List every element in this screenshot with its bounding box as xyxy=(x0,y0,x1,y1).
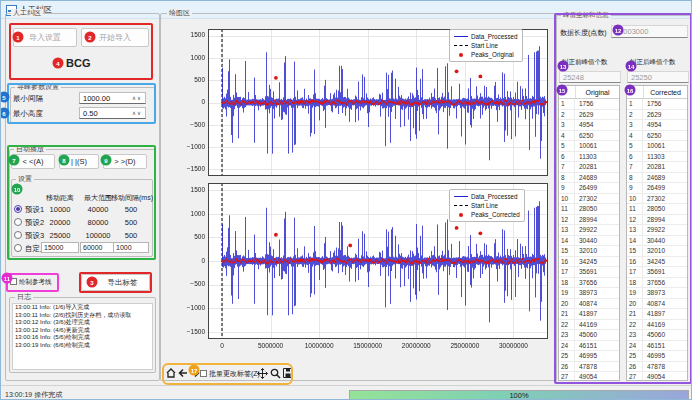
table-row[interactable]: 2647878 xyxy=(559,362,619,373)
min-interval-spinbox[interactable]: 1000.00 ∧∨ xyxy=(79,92,146,104)
table-row[interactable]: 720281 xyxy=(627,162,687,173)
peak-params-group-label: 寻峰参数设置 xyxy=(15,83,61,91)
start-import-button[interactable]: 开始导入 xyxy=(81,28,149,47)
back-arrow-icon[interactable] xyxy=(177,367,188,379)
table-row[interactable]: 2040874 xyxy=(559,299,619,310)
before-count-label: 纠正前峰值个数 xyxy=(562,58,608,67)
table-row[interactable]: 611303 xyxy=(627,152,687,163)
table-row[interactable]: 2345060 xyxy=(559,330,619,341)
peak-value: 26499 xyxy=(575,183,619,193)
table-row[interactable]: 926499 xyxy=(627,183,687,194)
table-row[interactable]: 1735691 xyxy=(627,267,687,278)
table-row[interactable]: 1837656 xyxy=(627,278,687,289)
peak-value: 46151 xyxy=(575,341,619,351)
custom-value-input[interactable]: 60000 xyxy=(80,242,116,253)
peak-value: 35691 xyxy=(575,267,619,277)
table-row[interactable]: 2244169 xyxy=(627,320,687,331)
table-row[interactable]: 46250 xyxy=(559,131,619,142)
table-row[interactable]: 1128050 xyxy=(559,204,619,215)
custom-value-input[interactable]: 1000 xyxy=(113,242,149,253)
pan-icon[interactable] xyxy=(257,367,268,379)
before-count-field[interactable]: 25248 xyxy=(559,71,621,83)
table-row[interactable]: 2345060 xyxy=(627,330,687,341)
table-row[interactable]: 2446151 xyxy=(559,341,619,352)
table-row[interactable]: 1430440 xyxy=(627,236,687,247)
original-peaks-table[interactable]: Original 1175622629349544625051006161130… xyxy=(558,85,620,381)
table-row[interactable]: 510061 xyxy=(627,141,687,152)
data-length-field[interactable]: 33003000 xyxy=(611,25,688,38)
table-row[interactable]: 2546995 xyxy=(559,351,619,362)
log-box[interactable]: 13:00:11 Info: (1/6)导入完成13:00:11 Info: (… xyxy=(12,303,153,370)
row-index: 6 xyxy=(559,152,575,162)
table-row[interactable]: 1837656 xyxy=(559,278,619,289)
peak-value: 32010 xyxy=(575,246,619,256)
table-row[interactable]: 2446151 xyxy=(627,341,687,352)
zoom-icon[interactable] xyxy=(270,367,281,379)
table-row[interactable]: 2647878 xyxy=(627,362,687,373)
table-row[interactable]: 1532010 xyxy=(559,246,619,257)
after-count-label: 纠正后峰值个数 xyxy=(630,58,676,67)
table-row[interactable]: 2546995 xyxy=(627,351,687,362)
table-row[interactable]: 34954 xyxy=(627,120,687,131)
spinbox-arrows-icon[interactable]: ∧∨ xyxy=(132,110,142,116)
table-row[interactable]: 1735691 xyxy=(559,267,619,278)
table-row[interactable]: 22629 xyxy=(627,110,687,121)
reference-line-checkbox[interactable] xyxy=(10,278,17,285)
import-settings-button[interactable]: 导入设置 xyxy=(13,28,77,47)
table-row[interactable]: 1634245 xyxy=(559,257,619,268)
table-row[interactable]: 926499 xyxy=(559,183,619,194)
reference-line-label: 绘制参考线 xyxy=(19,278,52,287)
preset-radio[interactable] xyxy=(14,218,22,226)
forward-arrow-icon[interactable] xyxy=(189,367,200,379)
table-row[interactable]: 1027302 xyxy=(627,194,687,205)
table-row[interactable]: 824689 xyxy=(559,173,619,184)
peak-value: 4954 xyxy=(643,120,687,130)
save-icon[interactable] xyxy=(282,367,293,379)
table-row[interactable]: 2749054 xyxy=(627,372,687,381)
pause-button[interactable]: | |(S) xyxy=(59,154,99,169)
table-row[interactable]: 2141897 xyxy=(559,309,619,320)
table-row[interactable]: 2244169 xyxy=(559,320,619,331)
preset-radio[interactable] xyxy=(14,231,22,239)
table-row[interactable]: 611303 xyxy=(559,152,619,163)
table-row[interactable]: 22629 xyxy=(559,110,619,121)
table-row[interactable]: 1532010 xyxy=(627,246,687,257)
peak-value: 24689 xyxy=(643,173,687,183)
table-row[interactable]: 1329922 xyxy=(559,225,619,236)
table-row[interactable]: 1128050 xyxy=(627,204,687,215)
spinbox-arrows-icon[interactable]: ∧∨ xyxy=(132,95,142,101)
table-row[interactable]: 2040874 xyxy=(627,299,687,310)
table-row[interactable]: 2749054 xyxy=(559,372,619,381)
table-row[interactable]: 1430440 xyxy=(559,236,619,247)
table-row[interactable]: 46250 xyxy=(627,131,687,142)
table-row[interactable]: 1027302 xyxy=(559,194,619,205)
home-icon[interactable] xyxy=(165,367,176,379)
table-row[interactable]: 1938973 xyxy=(627,288,687,299)
min-height-spinbox[interactable]: 0.50 ∧∨ xyxy=(79,107,146,119)
preset-radio[interactable] xyxy=(14,205,22,213)
table-row[interactable]: 824689 xyxy=(627,173,687,184)
table-row[interactable]: 1634245 xyxy=(627,257,687,268)
export-labels-button[interactable]: 导出标签 xyxy=(81,274,150,291)
table-row[interactable]: 1938973 xyxy=(559,288,619,299)
corrected-peaks-table[interactable]: Corrected 117562262934954462505100616113… xyxy=(626,85,688,381)
row-index: 16 xyxy=(559,257,575,267)
preset-row-预设3: 预设325000100000500 xyxy=(14,230,154,241)
table-row[interactable]: 11756 xyxy=(627,99,687,110)
batch-change-checkbox[interactable] xyxy=(200,370,207,377)
rewind-button[interactable]: < <(A) xyxy=(11,154,55,169)
forward-button[interactable]: > >(D) xyxy=(103,154,147,169)
preset-radio[interactable] xyxy=(14,244,22,252)
table-row[interactable]: 34954 xyxy=(559,120,619,131)
table-row[interactable]: 2141897 xyxy=(627,309,687,320)
row-index: 1 xyxy=(559,99,575,109)
after-count-field[interactable]: 25250 xyxy=(627,71,689,83)
table-row[interactable]: 510061 xyxy=(559,141,619,152)
table-row[interactable]: 1228994 xyxy=(559,215,619,226)
table-row[interactable]: 1329922 xyxy=(627,225,687,236)
custom-value-input[interactable]: 15000 xyxy=(41,242,79,253)
table-row[interactable]: 1228994 xyxy=(627,215,687,226)
table-row[interactable]: 11756 xyxy=(559,99,619,110)
row-index: 27 xyxy=(559,372,575,381)
table-row[interactable]: 720281 xyxy=(559,162,619,173)
